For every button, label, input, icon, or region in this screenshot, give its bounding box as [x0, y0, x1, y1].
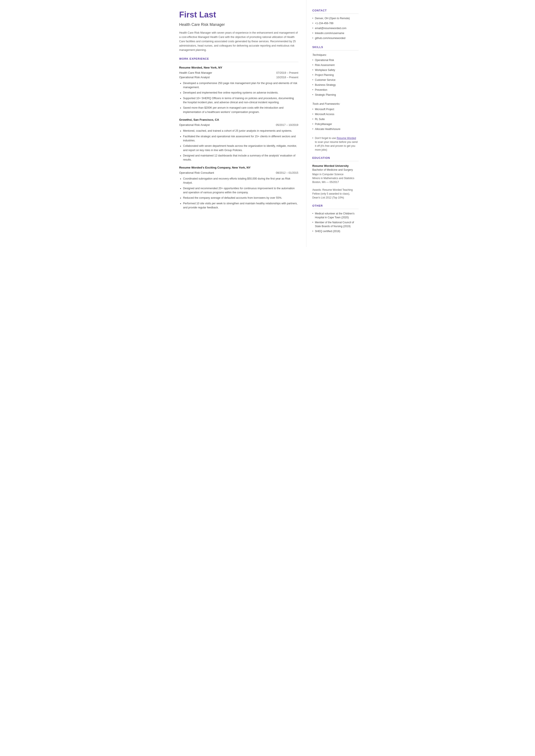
jobs-container: Resume Worded, New York, NYHealth Care R… — [179, 66, 298, 210]
edu-school: Resume Worded University — [312, 164, 358, 168]
other-section: OTHER Medical volunteer at the Children'… — [312, 204, 358, 233]
bullet-2-1: Designed and recommended 20+ opportuniti… — [183, 186, 298, 195]
company-1: Growthsi, San Francisco, CA — [179, 118, 219, 121]
role-title-2-0: Operational Risk Consultant — [179, 171, 214, 175]
edu-block: Resume Worded University Bachelor of Med… — [312, 164, 358, 200]
edu-awards: Awards: Resume Worded Teaching Fellow (o… — [312, 188, 353, 199]
education-section: EDUCATION Resume Worded University Bache… — [312, 156, 358, 200]
techniques-block: Techniques: Operational RiskRisk Assessm… — [312, 53, 358, 97]
role-row-2-0: Operational Risk Consultant08/2012 – 01/… — [179, 171, 298, 175]
education-heading: EDUCATION — [312, 156, 358, 161]
other-item-1: Member of the National Council of State … — [312, 220, 358, 228]
role-dates-0-0: 07/2019 – Present — [276, 71, 298, 75]
right-column: CONTACT Denver, OH (Open to Remote)+1-23… — [306, 0, 365, 247]
work-experience-heading: WORK EXPERIENCE — [179, 57, 298, 62]
tip-box: Don't forget to use Resume Worded to sca… — [312, 136, 358, 152]
tool-4: Allocate HealthAssure — [312, 127, 358, 131]
resume-worded-link[interactable]: Resume Worded — [337, 137, 356, 140]
role-dates-2-0: 08/2012 – 01/2015 — [276, 171, 298, 175]
name: First Last — [179, 9, 298, 21]
bullets-1: Mentored, coached, and trained a cohort … — [179, 129, 298, 162]
job-1: Growthsi, San Francisco, CAOperational R… — [179, 118, 298, 162]
contact-item-0: Denver, OH (Open to Remote) — [312, 16, 358, 20]
other-list: Medical volunteer at the Children's Hosp… — [312, 211, 358, 233]
edu-major: Major in Computer Science — [312, 173, 344, 176]
tools-block: Tools and Frameworks: Microsoft ProjectM… — [312, 102, 358, 131]
company-name-2: Resume Worded's Exciting Company, New Yo… — [179, 165, 298, 170]
contact-list: Denver, OH (Open to Remote)+1-234-456-78… — [312, 16, 358, 40]
bullet-2-0: Coordinated subrogation and recovery eff… — [183, 177, 298, 185]
company-name-1: Growthsi, San Francisco, CA — [179, 118, 298, 122]
other-item-2: SHEQ certified (2018) — [312, 229, 358, 233]
tip-prefix: Don't forget to use — [315, 137, 337, 140]
bullet-0-2: Supported 10+ SHERQ Officers in terms of… — [183, 96, 298, 105]
contact-section: CONTACT Denver, OH (Open to Remote)+1-23… — [312, 9, 358, 40]
edu-degree: Bachelor of Medicine and Surgery — [312, 168, 358, 172]
role-row-0-1: Operational Risk Analyst10/2018 – Presen… — [179, 75, 298, 79]
skills-heading: SKILLS — [312, 45, 358, 50]
tool-0: Microsoft Project — [312, 107, 358, 111]
skills-section: SKILLS Techniques: Operational RiskRisk … — [312, 45, 358, 152]
technique-1: Risk Assessment — [312, 63, 358, 67]
tool-1: Microsoft Access — [312, 112, 358, 116]
bullet-0-3: Saved more than $200K per annum in manag… — [183, 106, 298, 114]
tool-3: PolicyManager — [312, 122, 358, 126]
tip-suffix: to scan your resume before you send it o… — [315, 141, 358, 151]
bullet-1-1: Facilitated the strategic and operationa… — [183, 134, 298, 143]
bullet-0-0: Developed a comprehensive 250 page risk … — [183, 81, 298, 90]
technique-6: Prevention — [312, 88, 358, 92]
bullet-0-1: Developed and implemented five online re… — [183, 91, 298, 95]
job-0: Resume Worded, New York, NYHealth Care R… — [179, 66, 298, 114]
bullet-1-0: Mentored, coached, and trained a cohort … — [183, 129, 298, 133]
bullet-2-2: Reduced the company average of defaulted… — [183, 196, 298, 200]
techniques-list: Operational RiskRisk AssessmentWorkplace… — [312, 58, 358, 97]
role-title-1-0: Operational Risk Analyst — [179, 123, 210, 127]
contact-item-3: linkedin.com/in/username — [312, 31, 358, 35]
summary: Health Care Risk Manager with seven year… — [179, 31, 298, 52]
role-dates-0-1: 10/2018 – Present — [276, 75, 298, 79]
role-row-0-0: Health Care Risk Manager07/2019 – Presen… — [179, 71, 298, 75]
company-0: Resume Worded, New York, NY — [179, 66, 222, 69]
technique-7: Strategic Planning — [312, 93, 358, 97]
technique-3: Project Planning — [312, 73, 358, 77]
bullet-1-3: Designed and maintained 12 dashboards th… — [183, 154, 298, 162]
contact-item-2: email@resumeworded.com — [312, 26, 358, 30]
tool-2: RL Suite — [312, 117, 358, 121]
bullet-1-2: Collaborated with seven department heads… — [183, 144, 298, 153]
contact-item-1: +1-234-456-789 — [312, 21, 358, 25]
left-column: First Last Health Care Risk Manager Heal… — [171, 0, 306, 247]
technique-4: Customer Service — [312, 78, 358, 82]
role-title-0-1: Operational Risk Analyst — [179, 75, 210, 79]
contact-heading: CONTACT — [312, 9, 358, 14]
role-row-1-0: Operational Risk Analyst05/2017 – 10/201… — [179, 123, 298, 127]
tools-list: Microsoft ProjectMicrosoft AccessRL Suit… — [312, 107, 358, 131]
technique-5: Business Strategy — [312, 83, 358, 87]
role-dates-1-0: 05/2017 – 10/2019 — [276, 123, 298, 127]
job-title: Health Care Risk Manager — [179, 22, 298, 28]
tools-label: Tools and Frameworks: — [312, 102, 358, 106]
techniques-label: Techniques: — [312, 53, 358, 57]
technique-0: Operational Risk — [312, 58, 358, 62]
company-2: Resume Worded's Exciting Company, New Yo… — [179, 166, 251, 169]
contact-item-4: github.com/resumeworded — [312, 36, 358, 40]
bullets-2: Coordinated subrogation and recovery eff… — [179, 177, 298, 210]
company-name-0: Resume Worded, New York, NY — [179, 66, 298, 70]
job-2: Resume Worded's Exciting Company, New Yo… — [179, 165, 298, 210]
bullet-2-3: Performed 10 site visits per week to str… — [183, 202, 298, 210]
role-title-0-0: Health Care Risk Manager — [179, 71, 212, 75]
technique-2: Workplace Safety — [312, 68, 358, 72]
bullets-0: Developed a comprehensive 250 page risk … — [179, 81, 298, 114]
other-item-0: Medical volunteer at the Children's Hosp… — [312, 211, 358, 219]
edu-minors: Minors in Mathematics and Statistics — [312, 177, 354, 180]
edu-details: Major in Computer Science Minors in Math… — [312, 172, 358, 200]
other-heading: OTHER — [312, 204, 358, 209]
edu-location-date: Boston, MA — 05/2017 — [312, 181, 339, 183]
